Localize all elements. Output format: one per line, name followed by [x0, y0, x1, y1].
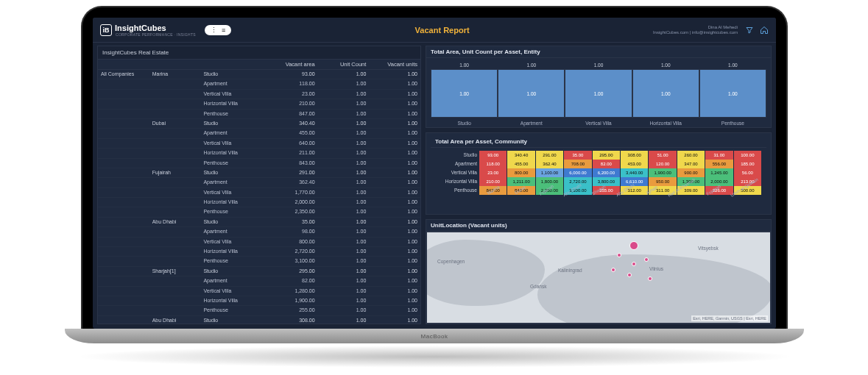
map-pin[interactable]	[632, 262, 636, 266]
table-row[interactable]: Horizontal Villa2,000.001.001.00	[98, 198, 420, 207]
table-row[interactable]: Abu DhabiStudio35.001.001.00	[98, 218, 420, 227]
table-row[interactable]: Penthouse3,100.001.001.00	[98, 257, 420, 266]
bar-label: Apartment	[521, 121, 543, 126]
heatmap-cell[interactable]: 900.00	[677, 168, 705, 177]
heatmap-cell[interactable]: 1,245.00	[705, 168, 733, 177]
table-row[interactable]: Penthouse255.001.001.00	[98, 306, 420, 315]
heatmap-cell[interactable]: 120.00	[649, 160, 677, 168]
heatmap-cell[interactable]: 1,100.00	[536, 168, 564, 177]
heatmap-body[interactable]: StudioApartmentVertical VillaHorizontal …	[431, 148, 766, 210]
cell-company	[98, 168, 149, 177]
cell-asset: Studio	[200, 119, 259, 128]
col-vacant-area[interactable]: Vacant area	[259, 60, 318, 69]
heatmap-cell[interactable]: 56.00	[734, 168, 762, 177]
heatmap-cell[interactable]: 185.00	[734, 160, 762, 168]
table-row[interactable]: Apartment118.001.001.00	[98, 79, 420, 89]
bar-column[interactable]: 1.001.00Horizontal Villa	[632, 63, 699, 126]
table-row[interactable]: Vertical Villa800.001.001.00	[98, 238, 420, 247]
table-row[interactable]: Apartment98.001.001.00	[98, 227, 420, 237]
cell-community	[149, 99, 201, 108]
table-row[interactable]: Horizontal Villa210.001.001.00	[98, 99, 420, 109]
table-row[interactable]: Abu DhabiStudio308.001.001.00	[98, 316, 420, 324]
map-pin[interactable]	[648, 276, 652, 281]
heatmap-cell[interactable]: 362.40	[536, 160, 564, 168]
table-row[interactable]: Horizontal Villa211.001.001.00	[98, 149, 420, 158]
table-row[interactable]: Apartment362.401.001.00	[98, 178, 420, 188]
cell-unit-count: 1.00	[318, 188, 370, 197]
cell-unit-count: 1.00	[318, 99, 370, 108]
heatmap-cell[interactable]: 260.00	[677, 151, 705, 160]
brand-logo[interactable]: iB InsightCubes CORPORATE PERFORMANCE · …	[100, 24, 196, 37]
heatmap-cell[interactable]: 93.00	[479, 151, 507, 160]
table-row[interactable]: Penthouse843.001.001.00	[98, 159, 420, 168]
map-pin[interactable]	[611, 268, 615, 272]
map-pin[interactable]	[629, 241, 638, 250]
table-row[interactable]: Apartment82.001.001.00	[98, 276, 420, 286]
table-row[interactable]: Vertical Villa1,770.001.001.00	[98, 188, 420, 198]
brand-text-wrap: InsightCubes CORPORATE PERFORMANCE · INS…	[115, 24, 196, 37]
heatmap-cell[interactable]: 35.00	[564, 151, 592, 160]
cell-vacant-units: 1.00	[369, 178, 420, 187]
heatmap-cell[interactable]: 3,440.00	[621, 168, 649, 177]
table-row[interactable]: Sharjah[1]Studio295.001.001.00	[98, 267, 420, 276]
header-toolbar-pill[interactable]: ⋮ ≡	[205, 25, 231, 35]
heatmap-cell[interactable]: 347.00	[677, 160, 705, 168]
table-row[interactable]: Vertical Villa640.001.001.00	[98, 139, 420, 149]
col-vacant-units[interactable]: Vacant units	[369, 60, 420, 69]
table-row[interactable]: Horizontal Villa2,720.001.001.00	[98, 247, 420, 257]
more-icon[interactable]: ⋮	[211, 26, 217, 34]
table-row[interactable]: Penthouse847.001.001.00	[98, 110, 420, 119]
heatmap-cell[interactable]: 800.00	[507, 168, 535, 177]
heatmap-cell[interactable]: 1,900.00	[649, 168, 677, 177]
table-row[interactable]: Vertical Villa1,280.001.001.00	[98, 287, 420, 296]
home-icon[interactable]	[760, 26, 769, 35]
barchart-area[interactable]: 1.001.00Studio1.001.00Apartment1.001.00V…	[426, 58, 771, 127]
cell-company	[98, 178, 149, 187]
map-pin[interactable]	[644, 257, 649, 262]
bar-column[interactable]: 1.001.00Vertical Villa	[565, 63, 632, 126]
map-canvas[interactable]: Copenhagen Gdańsk Vilnius Vitsyebsk Kali…	[426, 232, 771, 324]
map-pin[interactable]	[627, 273, 632, 277]
cell-vacant-units: 1.00	[369, 110, 420, 118]
heatmap-cell[interactable]: 308.00	[621, 151, 649, 160]
heatmap-cell[interactable]: 6,200.00	[593, 168, 621, 177]
cell-vacant-area: 295.00	[259, 267, 318, 276]
table-row[interactable]: Apartment455.001.001.00	[98, 129, 420, 138]
cell-unit-count: 1.00	[318, 168, 370, 177]
cell-unit-count: 1.00	[318, 247, 370, 256]
heatmap-cell[interactable]: 453.00	[621, 160, 649, 168]
bar-column[interactable]: 1.001.00Apartment	[498, 63, 565, 126]
heatmap-cell[interactable]: 23.00	[479, 168, 507, 177]
heatmap-cell[interactable]: 291.00	[536, 151, 564, 160]
heatmap-cell[interactable]: 556.00	[705, 160, 733, 168]
heatmap-cell[interactable]: 708.00	[564, 160, 592, 168]
map-pin[interactable]	[617, 253, 621, 257]
heatmap-cell[interactable]: 340.40	[507, 151, 535, 160]
heatmap-cell[interactable]: 31.00	[705, 151, 733, 160]
heatmap-cell[interactable]: 51.00	[649, 151, 677, 160]
heatmap-cell[interactable]: 295.00	[593, 151, 621, 160]
menu-icon[interactable]: ≡	[222, 26, 225, 34]
table-row[interactable]: Penthouse2,350.001.001.00	[98, 207, 420, 217]
heatmap-cell[interactable]: 455.00	[507, 160, 535, 168]
table-row[interactable]: Vertical Villa23.001.001.00	[98, 90, 420, 99]
col-spacer-2	[149, 60, 201, 69]
cell-asset: Studio	[200, 316, 259, 324]
cell-asset: Apartment	[200, 227, 259, 236]
heatmap-cell[interactable]: 6,000.00	[564, 168, 592, 177]
bar-column[interactable]: 1.001.00Penthouse	[699, 63, 766, 126]
heatmap-cell[interactable]: 118.00	[479, 160, 507, 168]
cell-community	[149, 129, 201, 138]
bar-column[interactable]: 1.001.00Studio	[431, 63, 498, 126]
table-row[interactable]: Horizontal Villa1,900.001.001.00	[98, 296, 420, 306]
table-row[interactable]: DubaiStudio340.401.001.00	[98, 119, 420, 129]
table-row[interactable]: FujairahStudio291.001.001.00	[98, 168, 420, 178]
table-row[interactable]: All CompaniesMarinaStudio93.001.001.00	[98, 70, 420, 79]
filter-icon[interactable]	[745, 26, 754, 35]
heatmap-cell[interactable]: 100.00	[734, 151, 762, 160]
cell-community	[149, 198, 201, 207]
col-unit-count[interactable]: Unit Count	[318, 60, 370, 69]
heatmap-cell[interactable]: 1,211.00	[507, 177, 535, 186]
heatmap-cell[interactable]: 950.00	[649, 177, 677, 186]
heatmap-cell[interactable]: 82.00	[593, 160, 621, 168]
